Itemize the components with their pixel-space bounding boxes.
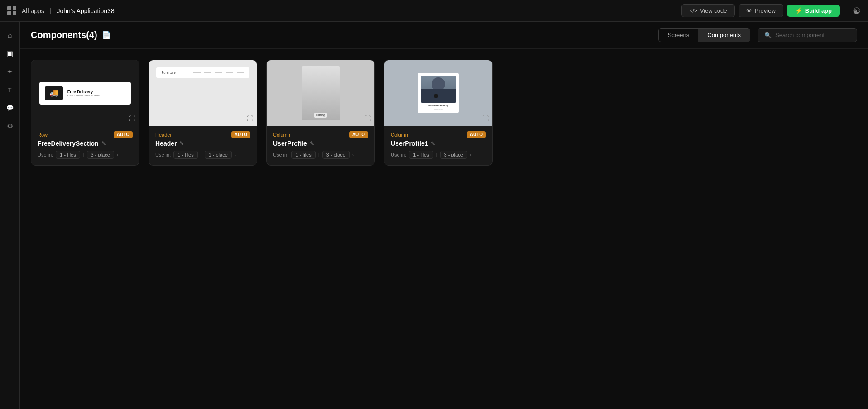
delivery-text: Free Delivery Lorem ipsum dolor sit amet xyxy=(67,90,100,97)
expand-icon[interactable]: ⛶ xyxy=(129,115,135,122)
card-type: Column xyxy=(391,132,408,138)
edit-icon[interactable]: ✎ xyxy=(310,140,314,147)
chevron-right-icon: › xyxy=(470,152,471,157)
expand-icon[interactable]: ⛶ xyxy=(247,115,253,122)
auto-badge: AUTO xyxy=(349,131,368,138)
card-name-row: FreeDeliverySection ✎ xyxy=(38,140,133,147)
card-type: Column xyxy=(273,132,290,138)
card-type: Header xyxy=(155,132,172,138)
card-meta-user-profile1: Column AUTO UserProfile1 ✎ Use in: 1 - f… xyxy=(384,126,492,165)
auto-badge: AUTO xyxy=(231,131,250,138)
auto-badge: AUTO xyxy=(114,131,133,138)
card-name-row: UserProfile1 ✎ xyxy=(391,140,486,147)
place-badge[interactable]: 1 - place xyxy=(205,151,232,159)
topbar-divider: | xyxy=(50,7,52,14)
card-type-row: Row AUTO xyxy=(38,131,133,138)
search-box[interactable]: 🔍 xyxy=(758,28,857,42)
header-mock-links xyxy=(193,72,244,73)
sidebar-item-home[interactable]: ⌂ xyxy=(2,27,18,43)
sidebar-item-add[interactable]: ✦ xyxy=(2,63,18,80)
card-preview-header: Furniture ⛶ xyxy=(149,60,257,126)
app-name: John's Application38 xyxy=(57,7,114,14)
edit-icon[interactable]: ✎ xyxy=(179,140,184,147)
files-badge[interactable]: 1 - files xyxy=(173,151,197,159)
use-label: Use in: xyxy=(38,152,53,157)
use-label: Use in: xyxy=(155,152,171,157)
sidebar-item-text[interactable]: T xyxy=(2,81,18,98)
tab-group: Screens Components xyxy=(658,28,750,42)
card-name: FreeDeliverySection xyxy=(38,140,99,147)
card-meta-free-delivery: Row AUTO FreeDeliverySection ✎ Use in: 1… xyxy=(31,126,139,165)
card-meta-user-profile: Column AUTO UserProfile ✎ Use in: 1 - fi… xyxy=(267,126,374,165)
components-grid: 🚚 Free Delivery Lorem ipsum dolor sit am… xyxy=(20,49,868,409)
auto-badge: AUTO xyxy=(467,131,486,138)
content-area: Components(4) 📄 Screens Components 🔍 xyxy=(20,22,868,409)
component-card-user-profile1[interactable]: Purchase Security — — — — ⛶ Column AUTO … xyxy=(384,60,493,166)
search-input[interactable] xyxy=(775,32,850,38)
expand-icon[interactable]: ⛶ xyxy=(364,115,371,122)
card-preview-user-profile1: Purchase Security — — — — ⛶ xyxy=(384,60,492,126)
build-app-label: Build app xyxy=(805,7,832,14)
eye-icon: 👁 xyxy=(746,7,752,14)
card-type: Row xyxy=(38,132,48,138)
discord-icon[interactable]: ☯ xyxy=(853,5,861,16)
use-label: Use in: xyxy=(391,152,406,157)
lightning-icon: ⚡ xyxy=(795,7,802,14)
page-title: Components(4) xyxy=(31,30,97,40)
card-use-row: Use in: 1 - files | 3 - place › xyxy=(38,151,133,159)
component-card-free-delivery[interactable]: 🚚 Free Delivery Lorem ipsum dolor sit am… xyxy=(31,60,139,166)
card-meta-header: Header AUTO Header ✎ Use in: 1 - files |… xyxy=(149,126,257,165)
card-name-row: UserProfile ✎ xyxy=(273,140,368,147)
purchase-security-text: Purchase Security xyxy=(421,104,456,107)
files-badge[interactable]: 1 - files xyxy=(409,151,433,159)
tab-screens[interactable]: Screens xyxy=(659,29,699,42)
chevron-right-icon: › xyxy=(235,152,236,157)
dining-label: Dining xyxy=(314,113,327,118)
sidebar-item-mobile[interactable]: ▣ xyxy=(2,45,18,62)
card-type-row: Column AUTO xyxy=(273,131,368,138)
card-name: Header xyxy=(155,140,177,147)
files-badge[interactable]: 1 - files xyxy=(56,151,80,159)
sidebar-item-settings[interactable]: ⚙ xyxy=(2,118,18,134)
user-profile1-img xyxy=(421,76,456,103)
code-icon: </> xyxy=(689,8,697,14)
header-mock: Furniture xyxy=(156,67,249,78)
topbar-actions: </> View code 👁 Preview ⚡ Build app xyxy=(681,4,840,17)
use-label: Use in: xyxy=(273,152,288,157)
place-badge[interactable]: 3 - place xyxy=(322,151,350,159)
card-name: UserProfile xyxy=(273,140,307,147)
all-apps-link[interactable]: All apps xyxy=(22,7,44,14)
grid-icon[interactable] xyxy=(7,6,16,15)
card-type-row: Column AUTO xyxy=(391,131,486,138)
card-use-row: Use in: 1 - files | 3 - place › xyxy=(391,151,486,159)
place-badge[interactable]: 3 - place xyxy=(87,151,114,159)
component-card-header[interactable]: Furniture ⛶ Header AUTO Header xyxy=(149,60,257,166)
card-use-row: Use in: 1 - files | 1 - place › xyxy=(155,151,250,159)
content-title: Components(4) 📄 xyxy=(31,30,111,40)
view-code-label: View code xyxy=(700,7,727,14)
expand-icon[interactable]: ⛶ xyxy=(482,115,489,122)
edit-icon[interactable]: ✎ xyxy=(431,140,435,147)
tab-components[interactable]: Components xyxy=(698,29,750,42)
content-header: Components(4) 📄 Screens Components 🔍 xyxy=(20,22,868,49)
component-card-user-profile[interactable]: Dining ⛶ Column AUTO UserProfile ✎ xyxy=(266,60,375,166)
card-use-row: Use in: 1 - files | 3 - place › xyxy=(273,151,368,159)
files-badge[interactable]: 1 - files xyxy=(291,151,315,159)
main-layout: ⌂ ▣ ✦ T 💬 ⚙ Components(4) 📄 Screens Comp… xyxy=(0,22,868,409)
place-badge[interactable]: 3 - place xyxy=(440,151,467,159)
card-preview-user-profile: Dining ⛶ xyxy=(267,60,374,126)
preview-button[interactable]: 👁 Preview xyxy=(739,4,783,17)
user-profile1-card: Purchase Security — — — — xyxy=(418,73,459,113)
build-app-button[interactable]: ⚡ Build app xyxy=(787,5,840,17)
user-profile1-subtext: — — — — xyxy=(421,108,456,110)
sidebar: ⌂ ▣ ✦ T 💬 ⚙ xyxy=(0,22,20,409)
sidebar-item-comments[interactable]: 💬 xyxy=(2,100,18,116)
preview-label: Preview xyxy=(755,7,776,14)
title-edit-icon[interactable]: 📄 xyxy=(102,31,111,39)
view-code-button[interactable]: </> View code xyxy=(681,4,734,17)
search-icon: 🔍 xyxy=(764,32,772,38)
edit-icon[interactable]: ✎ xyxy=(101,140,106,147)
card-name: UserProfile1 xyxy=(391,140,428,147)
topbar: All apps | John's Application38 </> View… xyxy=(0,0,868,22)
chevron-right-icon: › xyxy=(352,152,354,157)
